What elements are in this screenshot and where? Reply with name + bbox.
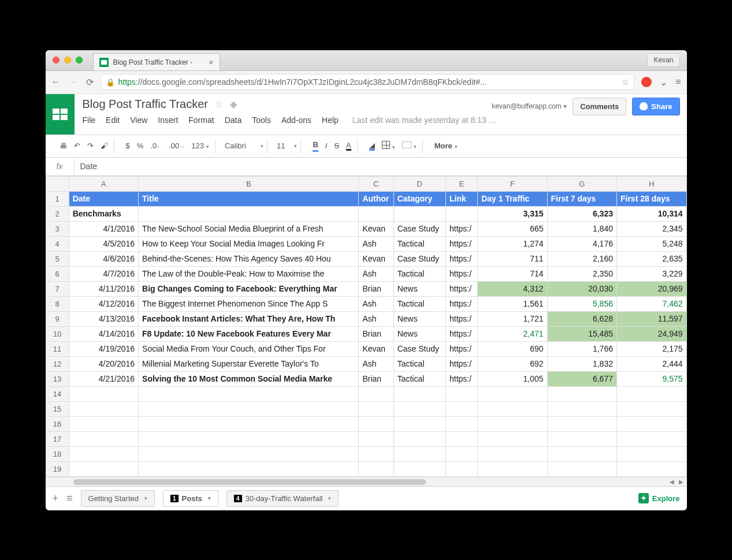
menu-edit[interactable]: Edit: [106, 115, 120, 125]
cell[interactable]: [478, 401, 547, 416]
cell[interactable]: Ash: [359, 296, 393, 311]
cell[interactable]: 24,949: [616, 326, 686, 341]
more-button[interactable]: More▾: [434, 141, 458, 150]
cell[interactable]: 4/20/2016: [69, 356, 138, 371]
comments-button[interactable]: Comments: [573, 98, 626, 115]
menu-tools[interactable]: Tools: [252, 115, 271, 125]
cell[interactable]: 714: [478, 266, 547, 281]
paint-format-icon[interactable]: 🖌: [101, 141, 108, 150]
cell[interactable]: Day 1 Traffic: [478, 191, 547, 206]
cell[interactable]: F8 Update: 10 New Facebook Features Ever…: [139, 326, 359, 341]
sheet-tab-posts[interactable]: 1Posts▾: [163, 490, 218, 507]
cell[interactable]: Tactical: [393, 236, 445, 251]
increase-decimal-button[interactable]: .00→: [169, 141, 184, 150]
cell[interactable]: [547, 461, 616, 476]
cell[interactable]: https:/: [445, 311, 477, 326]
cell[interactable]: [359, 416, 393, 431]
cell[interactable]: Tactical: [393, 266, 445, 281]
cell[interactable]: [547, 386, 616, 401]
cell[interactable]: [139, 446, 359, 461]
move-to-drive-icon[interactable]: ◆: [230, 99, 237, 110]
cell[interactable]: 5,856: [547, 296, 616, 311]
cell[interactable]: [139, 206, 359, 221]
redo-icon[interactable]: ↷: [87, 141, 94, 150]
doc-title[interactable]: Blog Post Traffic Tracker: [83, 98, 209, 111]
cell[interactable]: [359, 386, 393, 401]
cell[interactable]: [393, 401, 445, 416]
cell[interactable]: [139, 416, 359, 431]
cell[interactable]: 1,005: [478, 371, 547, 386]
cell[interactable]: 6,677: [547, 371, 616, 386]
cell[interactable]: [69, 431, 138, 446]
cell[interactable]: 6,323: [547, 206, 616, 221]
cell[interactable]: https:/: [445, 326, 477, 341]
row-header[interactable]: 4: [46, 236, 69, 251]
menu-help[interactable]: Help: [322, 115, 339, 125]
decrease-decimal-button[interactable]: .0←: [150, 141, 162, 150]
explore-button[interactable]: ✦Explore: [638, 493, 680, 503]
undo-icon[interactable]: ↶: [74, 141, 80, 150]
fill-color-button[interactable]: ◢: [369, 141, 375, 151]
cell[interactable]: [616, 461, 686, 476]
cell[interactable]: [616, 446, 686, 461]
cell[interactable]: [478, 446, 547, 461]
cell[interactable]: Ash: [359, 266, 393, 281]
cell[interactable]: 1,274: [478, 236, 547, 251]
percent-button[interactable]: %: [137, 141, 144, 150]
col-header[interactable]: B: [139, 176, 359, 191]
cell[interactable]: Case Study: [393, 221, 445, 236]
cell[interactable]: Brian: [359, 371, 393, 386]
cell[interactable]: The Biggest Internet Phenomenon Since Th…: [139, 296, 359, 311]
cell[interactable]: [139, 461, 359, 476]
cell[interactable]: First 28 days: [616, 191, 686, 206]
cell[interactable]: The New-School Social Media Blueprint of…: [139, 221, 359, 236]
close-window-icon[interactable]: [53, 57, 60, 64]
cell[interactable]: https:/: [445, 341, 477, 356]
cell[interactable]: 690: [478, 341, 547, 356]
menu-file[interactable]: File: [83, 115, 96, 125]
cell[interactable]: 4,312: [478, 281, 547, 296]
menu-view[interactable]: View: [130, 115, 147, 125]
cell[interactable]: Behind-the-Scenes: How This Agency Saves…: [139, 251, 359, 266]
nav-forward-icon[interactable]: →: [69, 77, 78, 88]
row-header[interactable]: 6: [46, 266, 69, 281]
row-header[interactable]: 17: [46, 431, 69, 446]
cell[interactable]: First 7 days: [547, 191, 616, 206]
cell[interactable]: 11,597: [616, 311, 686, 326]
row-header[interactable]: 8: [46, 296, 69, 311]
cell[interactable]: https:/: [445, 356, 477, 371]
select-all-corner[interactable]: [46, 176, 69, 191]
bold-button[interactable]: B: [313, 140, 318, 152]
cell[interactable]: 4/13/2016: [69, 311, 138, 326]
cell[interactable]: 2,175: [616, 341, 686, 356]
cell[interactable]: Date: [69, 191, 138, 206]
cell[interactable]: How to Keep Your Social Media Images Loo…: [139, 236, 359, 251]
browser-tab[interactable]: Blog Post Traffic Tracker - ×: [93, 53, 220, 70]
cell[interactable]: Ash: [359, 356, 393, 371]
scrollbar-thumb[interactable]: [73, 479, 426, 485]
cell[interactable]: Big Changes Coming to Facebook: Everythi…: [139, 281, 359, 296]
row-header[interactable]: 13: [46, 371, 69, 386]
share-button[interactable]: Share: [632, 98, 679, 115]
cell[interactable]: Ash: [359, 236, 393, 251]
sheet-tab-waterfall[interactable]: 430-day-Traffic Waterfall▾: [226, 490, 339, 507]
spreadsheet-grid[interactable]: A B C D E F G H 1DateTitleAuthorCatagory…: [46, 176, 687, 477]
row-header[interactable]: 11: [46, 341, 69, 356]
cell[interactable]: Brian: [359, 326, 393, 341]
cell[interactable]: [139, 401, 359, 416]
bookmark-star-icon[interactable]: ☆: [622, 77, 629, 87]
cell[interactable]: [478, 461, 547, 476]
cell[interactable]: Case Study: [393, 341, 445, 356]
row-header[interactable]: 14: [46, 386, 69, 401]
cell[interactable]: 4/21/2016: [69, 371, 138, 386]
cell[interactable]: https:/: [445, 371, 477, 386]
col-header[interactable]: C: [359, 176, 393, 191]
cell[interactable]: [445, 431, 477, 446]
cell[interactable]: [547, 416, 616, 431]
cell[interactable]: 692: [478, 356, 547, 371]
account-email[interactable]: kevan@bufferapp.com: [492, 102, 567, 110]
cell[interactable]: [616, 416, 686, 431]
col-header[interactable]: A: [69, 176, 138, 191]
cell[interactable]: News: [393, 311, 445, 326]
pocket-icon[interactable]: ⌄: [660, 77, 667, 88]
